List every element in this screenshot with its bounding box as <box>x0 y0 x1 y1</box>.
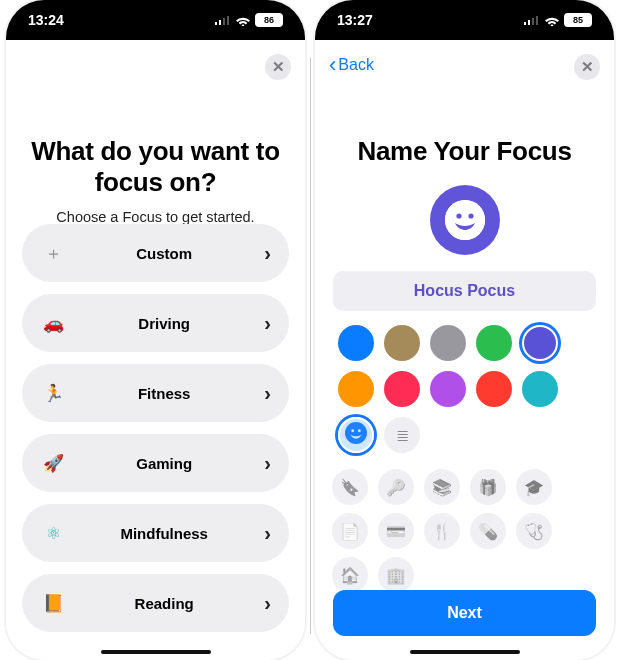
stethoscope-icon: 🩺 <box>524 522 544 541</box>
glyph-swatch[interactable] <box>338 417 374 453</box>
close-icon: ✕ <box>272 58 285 76</box>
chevron-right-icon: › <box>264 312 271 335</box>
next-button[interactable]: Next <box>333 590 596 636</box>
pills-icon: 💊 <box>478 522 498 541</box>
icon-option-document[interactable]: 📄 <box>332 513 368 549</box>
wifi-icon <box>235 15 251 26</box>
cellular-icon <box>215 15 231 25</box>
status-indicators: 85 <box>524 13 592 27</box>
buildings-icon: 🏢 <box>386 566 406 585</box>
card-icon: 💳 <box>386 522 406 541</box>
chevron-right-icon: › <box>264 242 271 265</box>
icon-option-stethoscope[interactable]: 🩺 <box>516 513 552 549</box>
next-label: Next <box>447 604 482 622</box>
chevron-left-icon: ‹ <box>329 54 336 76</box>
phone-left: 13:24 86 ✕ What do you want to focus on?… <box>6 0 305 660</box>
svg-rect-4 <box>524 22 526 25</box>
smile-icon <box>445 200 485 240</box>
chevron-right-icon: › <box>264 522 271 545</box>
status-bar: 13:27 85 <box>315 0 614 40</box>
focus-item-mindfulness[interactable]: ⚛Mindfulness› <box>22 504 289 562</box>
svg-rect-2 <box>223 18 225 25</box>
key-icon: 🔑 <box>386 478 406 497</box>
color-swatch[interactable] <box>522 371 558 407</box>
focus-item-driving[interactable]: 🚗Driving› <box>22 294 289 352</box>
focus-item-fitness[interactable]: 🏃Fitness› <box>22 364 289 422</box>
cellular-icon <box>524 15 540 25</box>
icon-option-gift[interactable]: 🎁 <box>470 469 506 505</box>
icon-option-home[interactable]: 🏠 <box>332 557 368 593</box>
bookmark-icon: 🔖 <box>340 478 360 497</box>
icon-option-bookmark[interactable]: 🔖 <box>332 469 368 505</box>
home-indicator[interactable] <box>101 650 211 654</box>
icon-option-library[interactable]: 📚 <box>424 469 460 505</box>
color-swatch[interactable] <box>430 325 466 361</box>
document-icon: 📄 <box>340 522 360 541</box>
home-icon: 🏠 <box>340 566 360 585</box>
icon-option-key[interactable]: 🔑 <box>378 469 414 505</box>
svg-point-13 <box>358 429 361 432</box>
svg-point-12 <box>351 429 354 432</box>
battery-icon: 85 <box>564 13 592 27</box>
svg-rect-3 <box>227 16 229 25</box>
phone-right: 13:27 85 ‹ Back ✕ Name Your Focus Hocus … <box>315 0 614 660</box>
page-subtitle: Choose a Focus to get started. <box>28 209 283 225</box>
focus-name-input[interactable]: Hocus Pocus <box>333 271 596 311</box>
icon-option-card[interactable]: 💳 <box>378 513 414 549</box>
chevron-right-icon: › <box>264 452 271 475</box>
close-button[interactable]: ✕ <box>574 54 600 80</box>
svg-point-8 <box>445 200 485 240</box>
battery-icon: 86 <box>255 13 283 27</box>
color-swatch[interactable] <box>384 325 420 361</box>
status-indicators: 86 <box>215 13 283 27</box>
icon-option-utensils[interactable]: 🍴 <box>424 513 460 549</box>
svg-point-10 <box>468 213 473 218</box>
utensils-icon: 🍴 <box>432 522 452 541</box>
icon-picker: 🔖🔑📚🎁🎓📄💳🍴💊🩺🏠🏢 <box>327 469 602 601</box>
car-icon: 🚗 <box>42 313 64 334</box>
book-icon: 📙 <box>42 593 64 614</box>
page-title: Name Your Focus <box>337 136 592 167</box>
chevron-right-icon: › <box>264 592 271 615</box>
focus-item-gaming[interactable]: 🚀Gaming› <box>22 434 289 492</box>
color-swatch[interactable] <box>384 371 420 407</box>
close-button[interactable]: ✕ <box>265 54 291 80</box>
color-swatch[interactable] <box>476 371 512 407</box>
page-title: What do you want to focus on? <box>28 136 283 197</box>
separator <box>310 58 311 634</box>
icon-option-buildings[interactable]: 🏢 <box>378 557 414 593</box>
library-icon: 📚 <box>432 478 452 497</box>
runner-icon: 🏃 <box>42 383 64 404</box>
focus-list: ＋Custom›🚗Driving›🏃Fitness›🚀Gaming›⚛Mindf… <box>22 224 289 638</box>
svg-point-9 <box>456 213 461 218</box>
plus-icon: ＋ <box>42 242 64 265</box>
close-icon: ✕ <box>581 58 594 76</box>
svg-rect-5 <box>528 20 530 25</box>
rocket-icon: 🚀 <box>42 453 64 474</box>
focus-item-reading[interactable]: 📙Reading› <box>22 574 289 632</box>
wifi-icon <box>544 15 560 26</box>
svg-rect-1 <box>219 20 221 25</box>
focus-avatar[interactable] <box>430 185 500 255</box>
color-swatch[interactable] <box>522 325 558 361</box>
icon-option-pills[interactable]: 💊 <box>470 513 506 549</box>
color-swatch[interactable] <box>476 325 512 361</box>
home-indicator[interactable] <box>410 650 520 654</box>
more-options[interactable]: ≣ <box>384 417 420 453</box>
graduation-icon: 🎓 <box>524 478 544 497</box>
status-time: 13:24 <box>28 12 64 28</box>
back-button[interactable]: ‹ Back <box>329 54 374 76</box>
chevron-right-icon: › <box>264 382 271 405</box>
list-icon: ≣ <box>396 426 409 445</box>
color-swatch[interactable] <box>338 325 374 361</box>
focus-name-value: Hocus Pocus <box>414 282 515 300</box>
status-time: 13:27 <box>337 12 373 28</box>
color-swatch[interactable] <box>338 371 374 407</box>
focus-item-label: Mindfulness <box>64 525 264 542</box>
focus-item-label: Driving <box>64 315 264 332</box>
focus-item-label: Gaming <box>64 455 264 472</box>
focus-item-label: Reading <box>64 595 264 612</box>
focus-item-custom[interactable]: ＋Custom› <box>22 224 289 282</box>
color-swatch[interactable] <box>430 371 466 407</box>
icon-option-graduation[interactable]: 🎓 <box>516 469 552 505</box>
